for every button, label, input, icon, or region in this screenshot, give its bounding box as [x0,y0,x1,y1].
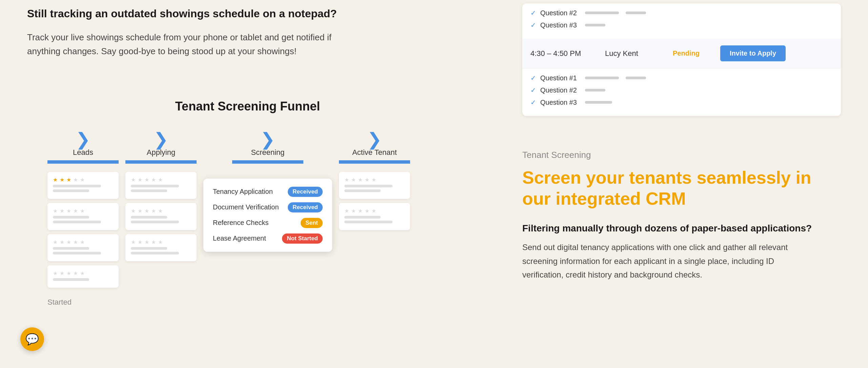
question-bar [585,24,605,26]
card-line [53,221,101,223]
list-item: ★ ★ ★ ★ ★ [125,172,197,199]
card-line [53,216,89,219]
tenant-screening-section: Tenant Screening Screen your tenants sea… [522,136,841,295]
tenancy-application-label: Tenancy Application [213,188,273,196]
leads-label: Leads [73,148,93,157]
card-line [53,189,89,192]
check-icon: ✓ [530,74,536,82]
star-icon: ★ [151,177,157,182]
star-rating: ★ ★ ★ ★ ★ [53,270,113,275]
chat-bubble-button[interactable]: 💬 [20,327,44,351]
question-item: ✓ Question #2 [530,9,833,17]
arrow-1: ❯ [76,130,90,148]
star-icon: ★ [73,177,79,182]
question-bar [585,77,619,79]
funnel-column-applying: ❯ Applying ★ ★ ★ ★ ★ [125,130,197,261]
star-icon: ★ [158,177,163,182]
star-icon: ★ [144,208,150,213]
question-bar [585,101,612,104]
top-heading: Still tracking an outdated showings sche… [27,7,468,21]
arrow-4: ❯ [367,130,382,148]
question-item: ✓ Question #3 [530,98,833,106]
applying-bar [125,160,197,164]
card-line [344,221,392,223]
schedule-row-highlight: 4:30 – 4:50 PM Lucy Kent Pending Invite … [522,39,841,68]
check-icon: ✓ [530,86,536,94]
check-icon: ✓ [530,98,536,106]
star-icon: ★ [344,177,350,182]
star-rating: ★ ★ ★ ★ ★ [53,239,113,244]
document-verification-label: Document Verification [213,203,279,211]
funnel-title: Tenant Screening Funnel [27,99,468,114]
star-icon: ★ [131,208,136,213]
card-line [344,185,392,187]
list-item: ★ ★ ★ ★ ★ [47,172,119,199]
check-icon: ✓ [530,9,536,17]
star-rating: ★ ★ ★ ★ ★ [53,177,113,182]
star-icon: ★ [151,239,157,244]
star-icon: ★ [365,208,370,213]
reference-checks-label: Reference Checks [213,219,269,227]
star-rating: ★ ★ ★ ★ ★ [131,177,191,182]
check-icon: ✓ [530,21,536,29]
screening-popup: Tenancy Application Received Document Ve… [203,179,332,252]
screening-item-reference: Reference Checks Sent [213,218,323,228]
star-icon: ★ [158,208,163,213]
name-cell: Lucy Kent [605,49,666,58]
star-icon: ★ [66,208,72,213]
star-rating: ★ ★ ★ ★ ★ [131,239,191,244]
star-icon: ★ [371,208,377,213]
question-item: ✓ Question #3 [530,21,833,29]
question-item: ✓ Question #1 [530,74,833,82]
list-item: ★ ★ ★ ★ ★ [47,203,119,230]
card-line [131,216,167,219]
star-icon: ★ [358,177,363,182]
star-icon: ★ [60,239,65,244]
funnel-column-screening: ❯ Screening Tenancy Application Received… [203,130,332,252]
star-icon: ★ [73,239,79,244]
top-body: Track your live showings schedule from y… [27,30,332,59]
card-line [131,185,179,187]
card-line [53,278,89,281]
card-line [53,252,101,254]
star-icon: ★ [60,177,65,182]
screening-item-lease: Lease Agreement Not Started [213,233,323,244]
invite-to-apply-button[interactable]: Invite to Apply [720,45,786,61]
star-icon: ★ [371,177,377,182]
star-icon: ★ [53,270,58,275]
document-verification-badge: Received [288,202,323,212]
star-icon: ★ [131,177,136,182]
list-item: ★ ★ ★ ★ ★ [47,265,119,288]
star-rating: ★ ★ ★ ★ ★ [131,208,191,213]
started-label: Started [27,298,468,307]
question-bar [585,89,605,91]
funnel-column-active-tenant: ❯ Active Tenant ★ ★ ★ ★ ★ [339,130,410,230]
star-icon: ★ [158,239,163,244]
question-label: Question #3 [540,99,581,106]
lease-agreement-label: Lease Agreement [213,234,266,242]
card-line [131,189,167,192]
star-icon: ★ [80,208,85,213]
star-icon: ★ [151,208,157,213]
screening-label: Screening [251,148,284,157]
reference-checks-badge: Sent [301,218,323,228]
applying-label: Applying [147,148,175,157]
arrow-3: ❯ [260,130,275,148]
star-icon: ★ [351,177,357,182]
star-icon: ★ [80,239,85,244]
star-icon: ★ [344,208,350,213]
star-icon: ★ [53,208,58,213]
star-icon: ★ [73,270,79,275]
question-label: Question #2 [540,9,581,17]
time-cell: 4:30 – 4:50 PM [530,49,598,58]
star-icon: ★ [138,177,143,182]
active-tenant-bar [339,160,410,164]
star-icon: ★ [358,208,363,213]
star-icon: ★ [351,208,357,213]
question-label: Question #2 [540,86,581,94]
star-rating: ★ ★ ★ ★ ★ [53,208,113,213]
star-icon: ★ [80,177,85,182]
star-icon: ★ [60,270,65,275]
star-rating: ★ ★ ★ ★ ★ [344,177,405,182]
question-bar [626,77,646,79]
